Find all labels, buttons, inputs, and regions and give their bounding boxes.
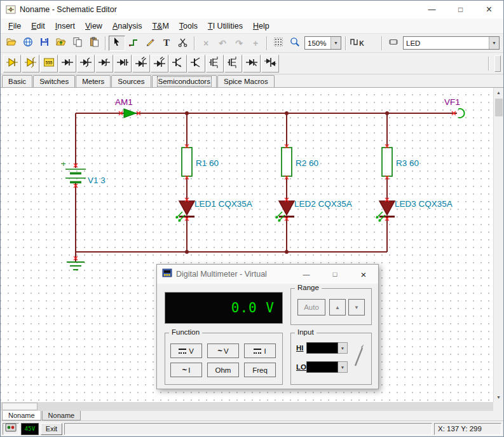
svg-text:LED3 CQX35A[interactable]: LED3 CQX35A: [395, 199, 453, 209]
horizontal-scrollbar[interactable]: [1, 402, 493, 411]
copy-button[interactable]: [69, 36, 86, 51]
resistor-r1[interactable]: R1 60: [182, 148, 219, 176]
signal-analysis-button[interactable]: K: [349, 36, 365, 51]
ammeter-am1[interactable]: AM1: [115, 97, 136, 118]
delete-button[interactable]: ×: [198, 36, 214, 51]
svg-text:R1 60[interactable]: R1 60: [196, 158, 219, 168]
voltage-pin-vf1[interactable]: VF1: [444, 97, 465, 118]
close-button[interactable]: ×: [475, 1, 503, 18]
palette-zener-button[interactable]: [77, 55, 95, 73]
palette-ideal-diode-button[interactable]: [3, 55, 21, 73]
multimeter-minimize-button[interactable]: —: [297, 267, 316, 281]
dc-current-button[interactable]: I: [244, 343, 276, 358]
palette-triac-button[interactable]: [261, 55, 279, 73]
text-tool-button[interactable]: T: [158, 36, 175, 51]
save-button[interactable]: [36, 36, 53, 51]
range-auto-button[interactable]: Auto: [297, 299, 325, 316]
palette-555-timer-button[interactable]: 555: [40, 55, 58, 73]
menu-tm[interactable]: T&M: [147, 20, 174, 32]
paste-button[interactable]: [86, 36, 102, 51]
horizontal-scroll-thumb[interactable]: [2, 403, 37, 410]
hi-channel-select[interactable]: ▼: [306, 342, 348, 354]
palette-photodiode-button[interactable]: [151, 55, 168, 73]
palette-varicap-button[interactable]: [114, 55, 132, 73]
menu-analysis[interactable]: Analysis: [107, 20, 147, 32]
multimeter-titlebar[interactable]: Digital Multimeter - Virtual — □ ×: [157, 265, 378, 284]
palette-ideal-zener-button[interactable]: [22, 55, 39, 73]
lo-channel-select[interactable]: ▼: [306, 361, 348, 373]
exit-button[interactable]: Exit: [41, 423, 62, 435]
battery-v1[interactable]: + V1 3: [61, 159, 106, 185]
undo-button[interactable]: ↶: [214, 36, 231, 51]
palette-nmos-button[interactable]: [206, 55, 224, 73]
cut-tool-button[interactable]: [175, 36, 191, 51]
multimeter-close-button[interactable]: ×: [354, 267, 373, 281]
redo-button[interactable]: ↷: [231, 36, 247, 51]
multimeter-maximize-button[interactable]: □: [325, 267, 344, 281]
tab-spice-macros[interactable]: Spice Macros: [217, 75, 275, 87]
svg-text:AM1[interactable]: AM1: [115, 97, 133, 107]
vertical-scroll-thumb[interactable]: [495, 99, 503, 116]
menu-tools[interactable]: Tools: [174, 20, 203, 32]
ac-current-button[interactable]: ~I: [170, 363, 202, 377]
freq-button[interactable]: Freq: [244, 363, 276, 377]
sheet-tab-noname-2[interactable]: Noname: [42, 411, 81, 420]
svg-text:LED1 CQX35A[interactable]: LED1 CQX35A: [194, 199, 252, 209]
tab-semiconductors[interactable]: Semiconductors: [152, 75, 217, 87]
palette-npn-button[interactable]: [169, 55, 187, 73]
palette-scroll-grip[interactable]: [494, 55, 501, 72]
palette-led-button[interactable]: [132, 55, 150, 73]
svg-text:R2 60[interactable]: R2 60: [296, 158, 318, 168]
menu-view[interactable]: View: [80, 20, 107, 32]
maximize-button[interactable]: □: [446, 1, 475, 18]
ground-symbol[interactable]: [67, 262, 85, 270]
ac-voltage-button[interactable]: ~V: [207, 343, 239, 358]
dc-voltage-button[interactable]: V: [170, 343, 202, 358]
open-button[interactable]: [3, 36, 20, 51]
open-from-web-button[interactable]: [20, 36, 36, 51]
palette-pnp-button[interactable]: [187, 55, 205, 73]
palette-pmos-button[interactable]: [224, 55, 242, 73]
tab-sources[interactable]: Sources: [111, 75, 151, 87]
sheet-tab-noname-1[interactable]: Noname: [2, 411, 41, 420]
vertical-scrollbar[interactable]: ▲ ▼: [493, 88, 503, 402]
select-tool-button[interactable]: [109, 36, 125, 51]
range-up-button[interactable]: ▲: [329, 299, 346, 316]
palette-diode-button[interactable]: [58, 55, 76, 73]
pen-tool-button[interactable]: [142, 36, 158, 51]
interactive-mode-button[interactable]: [3, 423, 19, 435]
tab-switches[interactable]: Switches: [33, 75, 75, 87]
ohm-button[interactable]: Ohm: [207, 363, 239, 377]
vertical-scroll-track[interactable]: [494, 97, 503, 392]
resistor-r2[interactable]: R2 60: [282, 148, 318, 176]
svg-text:LED2 CQX35A[interactable]: LED2 CQX35A: [294, 199, 352, 209]
palette-thyristor-button[interactable]: [243, 55, 261, 73]
probe-button[interactable]: [351, 341, 367, 373]
scroll-up-button[interactable]: ▲: [494, 88, 503, 97]
resistor-r3[interactable]: R3 60: [382, 148, 419, 176]
menu-ti-utilities[interactable]: TI Utilities: [203, 20, 248, 32]
component-filter-combobox[interactable]: LED ▼: [403, 36, 500, 50]
multimeter-dialog[interactable]: Digital Multimeter - Virtual — □ × 0.0 V…: [156, 264, 379, 389]
svg-text:VF1[interactable]: VF1: [444, 97, 460, 107]
zoom-level-combobox[interactable]: 150% ▼: [304, 36, 341, 50]
titlebar[interactable]: Noname - Schematic Editor — □ ×: [1, 1, 503, 18]
menu-edit[interactable]: Edit: [26, 20, 50, 32]
menu-insert[interactable]: Insert: [50, 20, 80, 32]
palette-schottky-button[interactable]: [95, 55, 113, 73]
dropdown-arrow-icon[interactable]: ▼: [489, 37, 499, 49]
range-down-button[interactable]: ▼: [348, 299, 365, 316]
grid-toggle-button[interactable]: [270, 36, 287, 51]
menu-file[interactable]: File: [3, 20, 26, 32]
tab-meters[interactable]: Meters: [76, 75, 111, 87]
svg-text:R3 60[interactable]: R3 60: [396, 158, 419, 168]
wire-tool-button[interactable]: [125, 36, 142, 51]
svg-text:V1 3[interactable]: V1 3: [88, 176, 106, 185]
find-component-button[interactable]: [385, 36, 402, 51]
minimize-button[interactable]: —: [418, 1, 446, 18]
scroll-down-button[interactable]: ▼: [494, 392, 503, 402]
schematic-canvas-area[interactable]: AM1 VF1 + V1 3: [1, 88, 493, 402]
open-project-button[interactable]: [53, 36, 69, 51]
zoom-tool-button[interactable]: [287, 36, 303, 51]
dropdown-arrow-icon[interactable]: ▼: [330, 37, 341, 49]
